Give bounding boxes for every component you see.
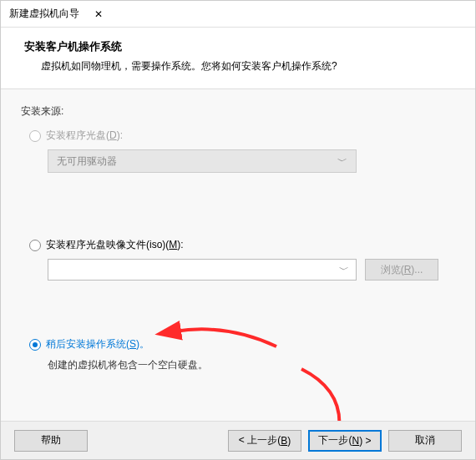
cancel-button[interactable]: 取消 [388, 430, 462, 452]
title-bar: 新建虚拟机向导 ✕ [1, 1, 475, 28]
radio-label: 稍后安装操作系统(S)。 [46, 337, 149, 351]
radio-label: 安装程序光盘(D): [46, 129, 123, 143]
chevron-down-icon: ﹀ [337, 154, 347, 169]
radio-install-disc: 安装程序光盘(D): [29, 129, 455, 143]
back-button[interactable]: < 上一步(B) [228, 430, 301, 452]
close-button[interactable]: ✕ [79, 1, 118, 28]
header-title: 安装客户机操作系统 [24, 39, 457, 54]
wizard-header: 安装客户机操作系统 虚拟机如同物理机，需要操作系统。您将如何安装客户机操作系统? [1, 28, 475, 89]
option-install-later: 稍后安装操作系统(S)。 创建的虚拟机将包含一个空白硬盘。 [29, 337, 455, 372]
header-subtitle: 虚拟机如同物理机，需要操作系统。您将如何安装客户机操作系统? [24, 59, 457, 73]
iso-path-input[interactable]: ﹀ [48, 259, 357, 281]
drive-dropdown: 无可用驱动器 ﹀ [48, 149, 357, 173]
radio-icon [29, 130, 41, 142]
chevron-down-icon: ﹀ [332, 260, 356, 281]
option-install-iso: 安装程序光盘映像文件(iso)(M): ﹀ 浏览(R)... [29, 238, 455, 281]
dropdown-value: 无可用驱动器 [57, 154, 117, 169]
later-hint: 创建的虚拟机将包含一个空白硬盘。 [48, 358, 455, 372]
wizard-content: 安装来源: 安装程序光盘(D): 无可用驱动器 ﹀ 安装程序光盘映像文件(iso… [1, 89, 475, 433]
radio-install-iso[interactable]: 安装程序光盘映像文件(iso)(M): [29, 238, 455, 252]
close-icon: ✕ [94, 8, 103, 20]
window-title: 新建虚拟机向导 [9, 7, 79, 21]
radio-label: 安装程序光盘映像文件(iso)(M): [46, 238, 184, 252]
radio-icon [29, 240, 41, 251]
next-button[interactable]: 下一步(N) > [308, 430, 382, 452]
wizard-footer: 帮助 < 上一步(B) 下一步(N) > 取消 [1, 421, 475, 459]
source-label: 安装来源: [21, 104, 455, 119]
option-install-disc: 安装程序光盘(D): 无可用驱动器 ﹀ [29, 129, 455, 173]
iso-input-row: ﹀ 浏览(R)... [48, 259, 455, 281]
radio-install-later[interactable]: 稍后安装操作系统(S)。 [29, 337, 455, 351]
help-button[interactable]: 帮助 [14, 430, 88, 452]
browse-button: 浏览(R)... [365, 259, 438, 281]
radio-icon [29, 339, 41, 351]
